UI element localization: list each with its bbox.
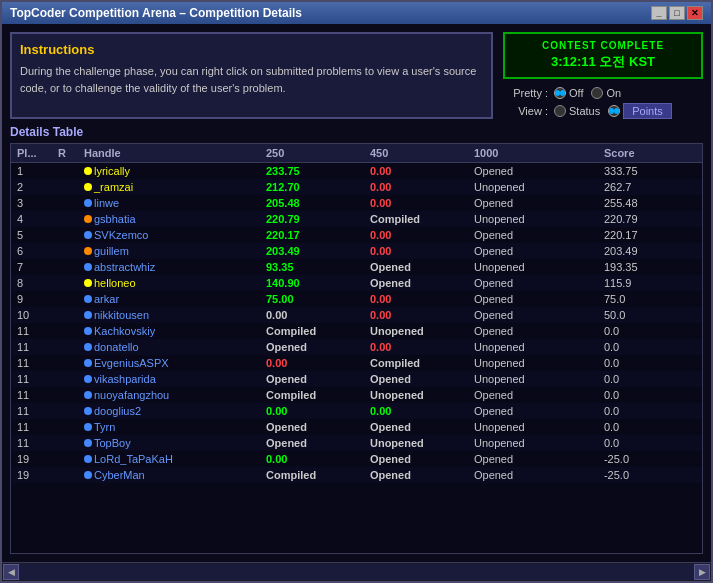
handle-link[interactable]: guillem (94, 245, 129, 257)
handle-link[interactable]: Kachkovskiy (94, 325, 155, 337)
cell-handle[interactable]: nuoyafangzhou (78, 387, 260, 403)
view-points-label[interactable]: Points (623, 103, 672, 119)
cell-handle[interactable]: nikkitousen (78, 307, 260, 323)
handle-link[interactable]: _ramzai (94, 181, 133, 193)
cell-score-450: 0.00 (364, 163, 468, 180)
handle-link[interactable]: CyberMan (94, 469, 145, 481)
cell-place: 10 (11, 307, 52, 323)
rank-indicator (84, 343, 92, 351)
view-status-option[interactable]: Status (554, 105, 600, 117)
pretty-off-radio[interactable] (554, 87, 566, 99)
handle-link[interactable]: vikashparida (94, 373, 156, 385)
cell-score-450: Unopened (364, 435, 468, 451)
handle-link[interactable]: SVKzemco (94, 229, 148, 241)
cell-score-1000: Unopened (468, 419, 598, 435)
cell-handle[interactable]: lyrically (78, 163, 260, 180)
table-container[interactable]: Pl... R Handle 250 450 1000 Score 1lyric… (10, 143, 703, 554)
cell-r (52, 195, 78, 211)
table-row[interactable]: 11nuoyafangzhouCompiledUnopenedOpened0.0 (11, 387, 702, 403)
cell-handle[interactable]: EvgeniusASPX (78, 355, 260, 371)
cell-handle[interactable]: donatello (78, 339, 260, 355)
scroll-left-btn[interactable]: ◀ (3, 564, 19, 580)
cell-handle[interactable]: _ramzai (78, 179, 260, 195)
table-row[interactable]: 6guillem203.490.00Opened203.49 (11, 243, 702, 259)
table-row[interactable]: 2_ramzai212.700.00Unopened262.7 (11, 179, 702, 195)
cell-handle[interactable]: Kachkovskiy (78, 323, 260, 339)
horizontal-scrollbar[interactable]: ◀ ▶ (2, 562, 711, 581)
view-status-radio[interactable] (554, 105, 566, 117)
table-row[interactable]: 4gsbhatia220.79CompiledUnopened220.79 (11, 211, 702, 227)
table-row[interactable]: 7abstractwhiz93.35OpenedUnopened193.35 (11, 259, 702, 275)
cell-total-score: 193.35 (598, 259, 702, 275)
pretty-off-option[interactable]: Off (554, 87, 583, 99)
handle-link[interactable]: nikkitousen (94, 309, 149, 321)
pretty-on-radio[interactable] (591, 87, 603, 99)
table-row[interactable]: 11dooglius20.000.00Opened0.0 (11, 403, 702, 419)
cell-handle[interactable]: arkar (78, 291, 260, 307)
table-row[interactable]: 1lyrically233.750.00Opened333.75 (11, 163, 702, 180)
table-row[interactable]: 11TopBoyOpenedUnopenedUnopened0.0 (11, 435, 702, 451)
table-row[interactable]: 5SVKzemco220.170.00Opened220.17 (11, 227, 702, 243)
view-points-option[interactable]: Points (608, 103, 672, 119)
handle-link[interactable]: abstractwhiz (94, 261, 155, 273)
cell-handle[interactable]: Tyrn (78, 419, 260, 435)
window-controls: _ □ ✕ (651, 6, 703, 20)
handle-link[interactable]: lyrically (94, 165, 130, 177)
rank-indicator (84, 215, 92, 223)
cell-score-450: 0.00 (364, 307, 468, 323)
cell-handle[interactable]: dooglius2 (78, 403, 260, 419)
maximize-button[interactable]: □ (669, 6, 685, 20)
rank-indicator (84, 247, 92, 255)
cell-handle[interactable]: abstractwhiz (78, 259, 260, 275)
handle-link[interactable]: LoRd_TaPaKaH (94, 453, 173, 465)
table-row[interactable]: 19CyberManCompiledOpenedOpened-25.0 (11, 467, 702, 483)
handle-link[interactable]: TopBoy (94, 437, 131, 449)
table-row[interactable]: 10nikkitousen0.000.00Opened50.0 (11, 307, 702, 323)
scroll-right-btn[interactable]: ▶ (694, 564, 710, 580)
pretty-on-option[interactable]: On (591, 87, 621, 99)
handle-link[interactable]: nuoyafangzhou (94, 389, 169, 401)
rank-indicator (84, 311, 92, 319)
table-row[interactable]: 11EvgeniusASPX0.00CompiledUnopened0.0 (11, 355, 702, 371)
handle-link[interactable]: helloneo (94, 277, 136, 289)
close-button[interactable]: ✕ (687, 6, 703, 20)
cell-score-250: 140.90 (260, 275, 364, 291)
handle-link[interactable]: gsbhatia (94, 213, 136, 225)
cell-score-1000: Opened (468, 275, 598, 291)
view-points-radio[interactable] (608, 105, 620, 117)
cell-handle[interactable]: gsbhatia (78, 211, 260, 227)
table-row[interactable]: 19LoRd_TaPaKaH0.00OpenedOpened-25.0 (11, 451, 702, 467)
cell-handle[interactable]: guillem (78, 243, 260, 259)
handle-link[interactable]: dooglius2 (94, 405, 141, 417)
table-row[interactable]: 9arkar75.000.00Opened75.0 (11, 291, 702, 307)
cell-score-450: Opened (364, 451, 468, 467)
table-row[interactable]: 3linwe205.480.00Opened255.48 (11, 195, 702, 211)
cell-handle[interactable]: TopBoy (78, 435, 260, 451)
handle-link[interactable]: donatello (94, 341, 139, 353)
cell-handle[interactable]: vikashparida (78, 371, 260, 387)
table-row[interactable]: 11KachkovskiyCompiledUnopenedOpened0.0 (11, 323, 702, 339)
main-window: TopCoder Competition Arena – Competition… (0, 0, 713, 583)
cell-handle[interactable]: helloneo (78, 275, 260, 291)
table-row[interactable]: 8helloneo140.90OpenedOpened115.9 (11, 275, 702, 291)
instructions-heading: Instructions (20, 42, 483, 57)
cell-r (52, 323, 78, 339)
cell-handle[interactable]: SVKzemco (78, 227, 260, 243)
col-1000: 1000 (468, 144, 598, 163)
cell-handle[interactable]: LoRd_TaPaKaH (78, 451, 260, 467)
handle-link[interactable]: Tyrn (94, 421, 115, 433)
cell-handle[interactable]: CyberMan (78, 467, 260, 483)
handle-link[interactable]: linwe (94, 197, 119, 209)
scroll-track[interactable] (19, 564, 694, 580)
handle-link[interactable]: arkar (94, 293, 119, 305)
minimize-button[interactable]: _ (651, 6, 667, 20)
top-section: Instructions During the challenge phase,… (10, 32, 703, 119)
cell-handle[interactable]: linwe (78, 195, 260, 211)
table-row[interactable]: 11vikashparidaOpenedOpenedUnopened0.0 (11, 371, 702, 387)
handle-link[interactable]: EvgeniusASPX (94, 357, 169, 369)
table-row[interactable]: 11TyrnOpenedOpenedUnopened0.0 (11, 419, 702, 435)
view-label: View : (503, 105, 548, 117)
rank-indicator (84, 279, 92, 287)
cell-total-score: 0.0 (598, 435, 702, 451)
table-row[interactable]: 11donatelloOpened0.00Unopened0.0 (11, 339, 702, 355)
